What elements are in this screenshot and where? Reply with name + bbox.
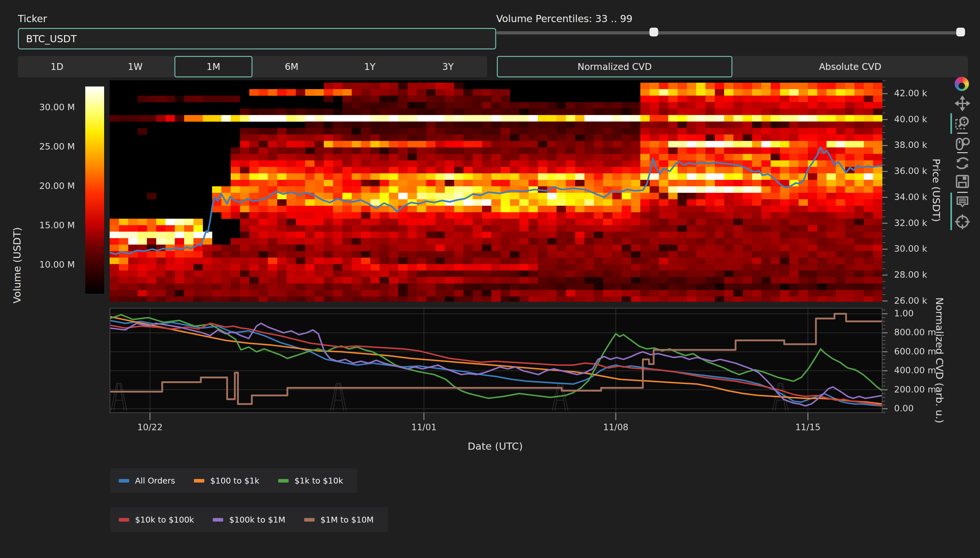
legend-label: $100k to $1M [229, 515, 285, 525]
cvd-tick-label: 800.00 m [894, 327, 936, 337]
ticker-label: Ticker [18, 13, 47, 25]
volume-tick-label: 10.00 M [31, 259, 75, 269]
cvd-tick-label: 1.00 [894, 308, 914, 318]
legend-label: $1k to $10k [294, 476, 343, 486]
cvd-mode-button-group: Normalized CVDAbsolute CVD [497, 56, 968, 77]
volume-tick-label: 25.00 M [31, 141, 75, 151]
legend-item--100k-to-1m[interactable]: $100k to $1M [213, 515, 285, 525]
legend-swatch-icon [119, 479, 129, 483]
volume-axis-title: Volume (USDT) [11, 227, 23, 304]
legend-row-1: All Orders$100 to $1k$1k to $10k [110, 468, 357, 493]
legend-item--100-to-1k[interactable]: $100 to $1k [194, 476, 259, 486]
legend-swatch-icon [278, 479, 289, 483]
cvd-mode-button-absolute-cvd[interactable]: Absolute CVD [732, 56, 968, 77]
volume-tick-label: 15.00 M [31, 220, 75, 230]
price-tick-label: 40.00 k [894, 114, 927, 124]
save-tool-icon[interactable] [955, 174, 970, 189]
legend-swatch-icon [194, 479, 204, 483]
date-axis-title: Date (UTC) [467, 440, 523, 452]
volume-colorbar [85, 87, 104, 294]
toolbar-separator [957, 152, 968, 153]
price-tick-label: 34.00 k [894, 192, 927, 202]
legend-swatch-icon [304, 518, 315, 522]
legend-label: All Orders [135, 476, 175, 486]
date-tick-label: 10/22 [137, 422, 163, 432]
slider-handle-low[interactable] [649, 28, 658, 36]
timeframe-button-3Y[interactable]: 3Y [409, 56, 487, 77]
legend-item--1k-to-10k[interactable]: $1k to $10k [278, 476, 343, 486]
price-heatmap-chart[interactable] [110, 80, 882, 302]
timeframe-button-1M[interactable]: 1M [174, 56, 253, 77]
timeframe-button-6M[interactable]: 6M [253, 56, 331, 77]
legend-label: $10k to $100k [135, 515, 194, 525]
price-tick-label: 36.00 k [894, 166, 927, 176]
volume-percentiles-slider[interactable] [496, 27, 964, 38]
cvd-line-chart[interactable] [110, 308, 882, 413]
toolbar-separator [957, 192, 968, 193]
hover-tool-icon[interactable] [955, 194, 970, 210]
trading-dashboard: Ticker 1D1W1M6M1Y3Y Volume Percentiles: … [0, 0, 980, 558]
bokeh-logo-icon[interactable] [950, 77, 975, 92]
volume-tick-label: 20.00 M [31, 181, 75, 191]
date-tick-label: 11/01 [411, 422, 437, 432]
pan-tool-icon[interactable] [955, 95, 970, 111]
slider-track[interactable] [496, 31, 964, 34]
plot-toolbar [950, 75, 975, 234]
volume-percentiles-label: Volume Percentiles: 33 .. 99 [496, 13, 633, 25]
cvd-mode-button-normalized-cvd[interactable]: Normalized CVD [497, 56, 732, 77]
cvd-tick-label: 400.00 m [894, 365, 936, 375]
cvd-axis-title: Normalized CVD (arb. u.) [934, 297, 945, 423]
box-zoom-tool-icon[interactable] [955, 115, 970, 131]
reset-tool-icon[interactable] [955, 156, 970, 171]
price-tick-label: 38.00 k [894, 140, 927, 150]
price-tick-label: 26.00 k [894, 295, 927, 306]
wheel-zoom-tool-icon[interactable] [955, 136, 970, 151]
price-tick-label: 42.00 k [894, 88, 927, 98]
crosshair-tool-icon[interactable] [955, 214, 970, 230]
date-tick-label: 11/15 [795, 422, 821, 432]
price-axis-title: Price (USDT) [931, 159, 942, 222]
price-tick-label: 28.00 k [894, 269, 927, 280]
legend-item--10k-to-100k[interactable]: $10k to $100k [119, 515, 194, 525]
volume-tick-label: 30.00 M [31, 102, 75, 112]
timeframe-button-group: 1D1W1M6M1Y3Y [18, 56, 487, 77]
legend-label: $100 to $1k [210, 476, 259, 486]
legend-label: $1M to $10M [321, 515, 374, 525]
legend-swatch-icon [119, 518, 129, 522]
timeframe-button-1W[interactable]: 1W [96, 56, 174, 77]
cvd-tick-label: 600.00 m [894, 346, 936, 356]
cvd-tick-label: 200.00 m [894, 384, 936, 394]
timeframe-button-1D[interactable]: 1D [18, 56, 96, 77]
legend-row-2: $10k to $100k$100k to $1M$1M to $10M [110, 507, 388, 532]
active-tool-indicator-box-zoom [950, 113, 952, 134]
legend-item-all-orders[interactable]: All Orders [119, 476, 175, 486]
slider-handle-high[interactable] [956, 28, 965, 36]
active-tool-indicator-inspect [950, 192, 952, 230]
date-tick-label: 11/08 [603, 422, 629, 432]
cvd-tick-label: 0.00 [894, 403, 914, 413]
toolbar-separator [957, 133, 968, 134]
price-tick-label: 32.00 k [894, 218, 927, 228]
legend-item--1m-to-10m[interactable]: $1M to $10M [304, 515, 374, 525]
legend-swatch-icon [213, 518, 223, 522]
timeframe-button-1Y[interactable]: 1Y [331, 56, 409, 77]
ticker-input[interactable] [18, 28, 496, 49]
price-tick-label: 30.00 k [894, 244, 927, 254]
